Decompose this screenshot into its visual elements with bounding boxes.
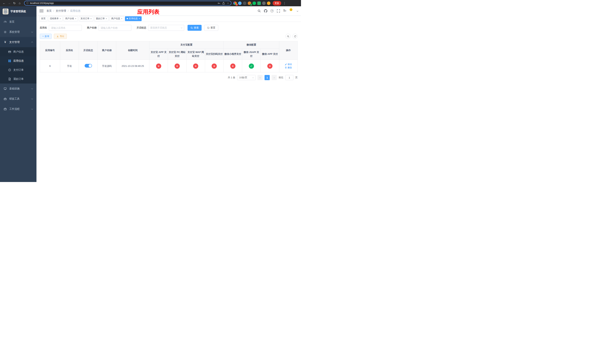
col-group-wechat: 微信配置: [224, 41, 279, 49]
share-icon[interactable]: [222, 2, 225, 5]
sidebar-item-pay-order[interactable]: 支付订单: [0, 65, 36, 75]
sidebar-item-workflow[interactable]: 工作流程: [0, 104, 36, 114]
reload-icon[interactable]: ↻: [12, 0, 17, 6]
close-tab-icon[interactable]: ×: [60, 17, 61, 20]
app-logo: [3, 9, 9, 14]
extension-icon-8[interactable]: [267, 1, 270, 5]
extension-icon-2[interactable]: [238, 1, 242, 5]
site-info-icon[interactable]: ⓘ: [26, 1, 29, 5]
sidebar-item-merchant-info[interactable]: 商户信息: [0, 47, 36, 56]
browser-menu-icon[interactable]: ⋮: [282, 0, 287, 6]
collapse-sidebar-icon[interactable]: [39, 10, 43, 12]
goto-suffix: 页: [295, 76, 298, 79]
sidebar-item-payment[interactable]: ¥ 支付管理: [0, 37, 36, 47]
forward-icon[interactable]: →: [7, 0, 12, 6]
reset-button[interactable]: 重置: [204, 25, 218, 31]
chrome-update-button[interactable]: 更新: [273, 1, 281, 6]
alipay-qr-status-icon: ×: [212, 64, 217, 69]
breadcrumb-separator: /: [68, 10, 68, 12]
github-icon[interactable]: [264, 9, 267, 13]
extension-icon-7[interactable]: [262, 1, 266, 5]
tab-label: 支付订单: [81, 17, 89, 20]
extension-icon-3[interactable]: [243, 1, 246, 5]
col-header-wx-jsapi: 微信 JSAPI 支付: [242, 49, 261, 60]
add-button[interactable]: + 新增: [40, 34, 52, 39]
sidebar-item-app-info[interactable]: 应用信息: [0, 56, 36, 65]
circle-check-icon: [8, 68, 11, 72]
tab-app-info[interactable]: 应用信息×: [125, 16, 142, 21]
fullscreen-icon[interactable]: [277, 9, 280, 13]
table-row: 6 芋道 芋道源码 2021-10-23 08:49:25 × × × × × …: [40, 60, 298, 72]
sidebar-item-dev-tools[interactable]: 研发工具: [0, 94, 36, 104]
active-tab-dot: [127, 18, 128, 19]
status-toggle[interactable]: [85, 64, 92, 68]
tab-pay-order[interactable]: 支付订单×: [79, 16, 93, 21]
tab-merchant-info[interactable]: 商户信息×: [110, 16, 124, 21]
wx-app-status-icon: ×: [267, 64, 272, 69]
sidebar-item-home[interactable]: 首页: [0, 17, 36, 27]
search-icon[interactable]: [258, 9, 261, 13]
next-page-button[interactable]: ›: [272, 75, 277, 80]
merchant-name-label: 商户名称: [87, 26, 97, 30]
extension-icon-4[interactable]: 1: [248, 1, 251, 5]
page-size-select[interactable]: 10条/页: [237, 75, 256, 80]
app-name-input[interactable]: [49, 25, 82, 31]
avatar[interactable]: [289, 8, 295, 14]
tab-home[interactable]: 首页: [39, 16, 47, 21]
goto-page-input[interactable]: [285, 75, 293, 80]
dashboard-icon: [4, 20, 7, 23]
merchant-name-input[interactable]: [98, 25, 131, 31]
bookmark-star-icon[interactable]: ☆: [227, 2, 229, 5]
close-tab-icon[interactable]: ×: [90, 17, 92, 20]
avatar-caret-icon[interactable]: [297, 10, 298, 11]
sidebar-item-refund-order[interactable]: 退款订单: [0, 75, 36, 84]
address-bar[interactable]: ⓘ localhost:1024/pay/app ☆: [24, 1, 231, 6]
apps-table: 应用编号 应用名 开启状态 商户名称 创建时间 支付宝配置 微信配置 操作 支付…: [40, 41, 298, 72]
tabs-bar: 首页 流程表单× 用户分组× 支付订单× 退款订单× 商户信息× 应用信息×: [36, 16, 301, 22]
search-form: 应用名 商户名称 开启状态 请选择开启状态 搜索 重置: [40, 25, 298, 31]
sidebar-item-infra[interactable]: 基础设施: [0, 84, 36, 94]
sidebar-menu: 首页 系统管理 ¥ 支付管理 商户信息: [0, 17, 36, 114]
col-header-app-name: 应用名: [60, 41, 79, 60]
extension-badge-1: 1: [250, 4, 252, 6]
col-header-app-id: 应用编号: [40, 41, 60, 60]
add-button-label: 新增: [45, 35, 49, 38]
extension-icon-1[interactable]: 10: [233, 1, 237, 5]
monitor-icon: [4, 87, 7, 90]
extension-icon-6[interactable]: [257, 1, 261, 5]
close-tab-icon[interactable]: ×: [139, 17, 140, 20]
breadcrumb-payment[interactable]: 支付管理: [56, 9, 66, 13]
app-logo-row[interactable]: 芋道管理系统: [0, 6, 36, 17]
close-tab-icon[interactable]: ×: [75, 17, 76, 20]
page-number-1[interactable]: 1: [265, 75, 270, 80]
payment-submenu: 商户信息 应用信息 支付订单 退款订单: [0, 47, 36, 84]
gear-icon: [4, 31, 7, 33]
font-size-icon[interactable]: TT: [283, 9, 286, 13]
status-select[interactable]: 请选择开启状态: [148, 25, 184, 31]
breadcrumb-home[interactable]: 首页: [46, 9, 52, 13]
home-icon[interactable]: ⌂: [17, 0, 22, 6]
tab-user-group[interactable]: 用户分组×: [64, 16, 78, 21]
close-tab-icon[interactable]: ×: [121, 17, 122, 20]
back-icon[interactable]: ←: [1, 0, 7, 6]
col-header-alipay-wap: 支付宝 WAP 网站支付: [186, 49, 205, 60]
tab-process-form[interactable]: 流程表单×: [48, 16, 63, 21]
delete-link[interactable]: 删除: [285, 66, 292, 69]
extension-icon-5[interactable]: [252, 1, 256, 5]
toggle-search-button[interactable]: [285, 34, 291, 39]
sidebar-item-label: 首页: [9, 20, 33, 23]
refresh-table-button[interactable]: [292, 34, 298, 39]
sidebar-item-label: 工作流程: [9, 107, 29, 111]
password-key-icon[interactable]: [217, 2, 220, 5]
search-button[interactable]: 搜索: [188, 25, 202, 31]
export-button[interactable]: 导出: [54, 34, 67, 39]
reset-button-label: 重置: [210, 26, 215, 30]
sidebar-item-system[interactable]: 系统管理: [0, 27, 36, 37]
help-icon[interactable]: ?: [270, 9, 274, 12]
prev-page-button[interactable]: ‹: [258, 75, 263, 80]
breadcrumb: 首页 / 支付管理 / 应用信息: [46, 9, 81, 13]
tab-refund-order[interactable]: 退款订单×: [94, 16, 109, 21]
wx-jsapi-status-icon: ✓: [249, 64, 254, 69]
edit-link[interactable]: 修改: [285, 63, 292, 66]
close-tab-icon[interactable]: ×: [106, 17, 107, 20]
